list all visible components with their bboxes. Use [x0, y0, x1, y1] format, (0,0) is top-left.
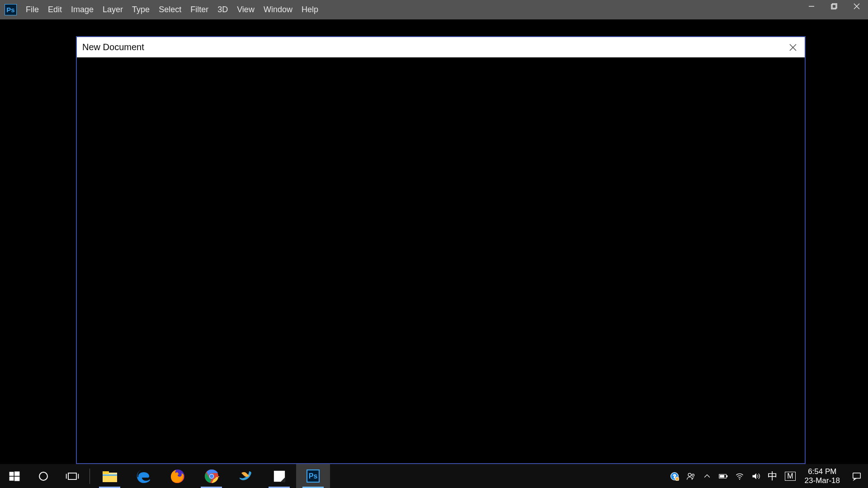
taskbar-app-generic-1[interactable] [228, 464, 262, 488]
tray-wifi-button[interactable] [731, 464, 748, 488]
windows-taskbar: Ps ? 中 M 6:54 PM 23-Mar-18 [0, 464, 868, 488]
tray-volume-button[interactable] [748, 464, 764, 488]
tray-battery-button[interactable] [715, 464, 731, 488]
start-button[interactable] [0, 464, 29, 488]
taskbar-app-firefox[interactable] [160, 464, 194, 488]
photoshop-titlebar: Ps File Edit Image Layer Type Select Fil… [0, 0, 868, 19]
svg-rect-33 [720, 475, 724, 478]
svg-point-29 [688, 473, 691, 476]
new-document-titlebar: New Document [77, 37, 805, 57]
menu-type[interactable]: Type [127, 0, 154, 19]
window-controls [800, 0, 868, 13]
photoshop-logo-icon: Ps [5, 4, 17, 15]
windows-logo-icon [7, 469, 22, 484]
tray-ime-mode-button[interactable]: M [781, 464, 799, 488]
edge-icon [136, 469, 151, 484]
taskbar-separator [90, 469, 90, 484]
svg-point-11 [39, 472, 47, 480]
clock-date: 23-Mar-18 [805, 476, 840, 485]
svg-point-28 [675, 477, 679, 480]
speaker-icon [751, 472, 760, 481]
svg-point-34 [739, 479, 740, 479]
minimize-icon [808, 3, 815, 9]
new-document-dialog: New Document [76, 36, 806, 464]
task-view-button[interactable] [58, 464, 87, 488]
new-document-title-text: New Document [82, 42, 144, 52]
taskbar-app-chrome[interactable] [194, 464, 228, 488]
taskbar-app-generic-2[interactable] [262, 464, 296, 488]
taskbar-left: Ps [0, 464, 330, 488]
svg-rect-12 [68, 473, 76, 479]
close-icon [789, 43, 797, 52]
menu-3d[interactable]: 3D [213, 0, 232, 19]
notification-icon [852, 471, 862, 481]
wifi-icon [735, 472, 744, 481]
menu-window[interactable]: Window [259, 0, 297, 19]
menu-file[interactable]: File [21, 0, 43, 19]
svg-rect-32 [726, 475, 727, 477]
bird-app-icon [238, 469, 253, 484]
menu-view[interactable]: View [232, 0, 259, 19]
svg-marker-35 [753, 473, 756, 479]
svg-rect-7 [9, 472, 14, 476]
svg-rect-10 [14, 476, 19, 481]
menu-image[interactable]: Image [66, 0, 98, 19]
cortana-button[interactable] [29, 464, 58, 488]
photoshop-main-window: Ps File Edit Image Layer Type Select Fil… [0, 0, 868, 464]
chevron-up-icon [703, 472, 712, 481]
tray-overflow-button[interactable] [699, 464, 715, 488]
note-app-icon [272, 469, 287, 484]
svg-rect-8 [14, 471, 19, 476]
firefox-icon [170, 469, 185, 484]
menu-edit[interactable]: Edit [43, 0, 66, 19]
menu-help[interactable]: Help [297, 0, 323, 19]
cortana-icon [36, 469, 51, 484]
svg-point-30 [692, 474, 694, 476]
tray-ime-button[interactable]: 中 [764, 464, 781, 488]
photoshop-icon: Ps [307, 469, 320, 483]
new-document-close-button[interactable] [781, 37, 805, 57]
taskbar-app-photoshop[interactable]: Ps [296, 464, 330, 488]
task-view-icon [65, 469, 80, 484]
window-minimize-button[interactable] [800, 0, 823, 13]
battery-icon [719, 472, 728, 481]
svg-rect-18 [103, 474, 117, 476]
svg-rect-9 [9, 476, 14, 480]
svg-rect-36 [853, 473, 861, 478]
menu-layer[interactable]: Layer [98, 0, 127, 19]
taskbar-right: ? 中 M 6:54 PM 23-Mar-18 [666, 464, 868, 488]
svg-point-23 [210, 474, 213, 478]
window-close-button[interactable] [845, 0, 868, 13]
new-document-body [77, 57, 805, 463]
photoshop-menu-bar: File Edit Image Layer Type Select Filter… [21, 0, 323, 19]
taskbar-app-edge[interactable] [127, 464, 160, 488]
taskbar-clock[interactable]: 6:54 PM 23-Mar-18 [799, 467, 845, 485]
action-center-button[interactable] [845, 464, 868, 488]
tray-people-button[interactable] [683, 464, 699, 488]
menu-select[interactable]: Select [154, 0, 186, 19]
window-restore-button[interactable] [823, 0, 845, 13]
help-badge-icon: ? [670, 472, 679, 481]
people-icon [686, 472, 695, 481]
close-icon [854, 3, 860, 9]
taskbar-app-file-explorer[interactable] [93, 464, 127, 488]
restore-icon [831, 3, 837, 9]
tray-help-icon[interactable]: ? [666, 464, 683, 488]
menu-filter[interactable]: Filter [186, 0, 213, 19]
clock-time: 6:54 PM [805, 467, 840, 476]
file-explorer-icon [102, 469, 118, 484]
chrome-icon [204, 469, 219, 484]
svg-rect-16 [103, 471, 109, 474]
ime-mode-icon: M [785, 472, 795, 481]
